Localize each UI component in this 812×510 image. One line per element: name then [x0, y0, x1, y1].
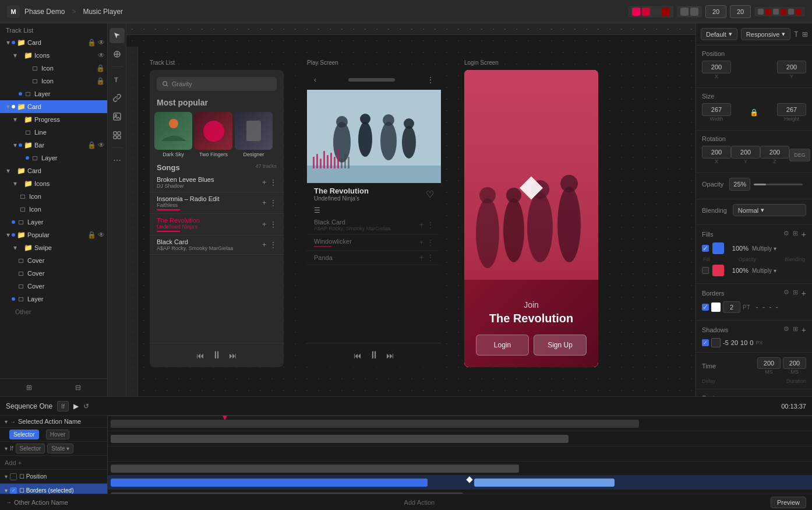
add-song-4[interactable]: + — [262, 241, 266, 249]
play-btn-2[interactable]: ⏸ — [369, 349, 379, 361]
tree-popular[interactable]: ▾ 📁 Popular 🔒 👁 — [0, 228, 107, 241]
tool-icon-1[interactable] — [632, 8, 640, 16]
border-checkbox[interactable]: ✓ — [702, 304, 709, 311]
tree-other[interactable]: Other — [0, 305, 107, 318]
align-icon-5[interactable] — [788, 9, 794, 15]
timeline-bar-borders-left[interactable] — [111, 479, 428, 487]
search-bar[interactable]: Gravity — [157, 77, 277, 91]
song-item-1[interactable]: Broken Levee Blues DJ Shadow + ⋮ — [150, 173, 284, 192]
eye-icon-popular[interactable]: 👁 — [98, 231, 105, 239]
tree-progress[interactable]: ▾ 📁 Progress — [0, 113, 107, 126]
song-item-3[interactable]: The Revolution Undefined Ninja's + ⋮ — [150, 214, 284, 235]
eye-icon-bar[interactable]: 👁 — [98, 141, 105, 149]
song-item-4[interactable]: Black Card A$AP Rocky, Smooky MarGielaa … — [150, 235, 284, 255]
tree-card-2[interactable]: ▾ 📁 Card — [0, 100, 107, 113]
timeline-bar-1[interactable] — [111, 435, 569, 443]
tree-cover-3[interactable]: □ Cover — [0, 280, 107, 293]
ts-more-2[interactable]: ⋮ — [427, 238, 434, 247]
border-style[interactable]: - - - - — [756, 303, 779, 311]
tree-cover-1[interactable]: □ Cover — [0, 254, 107, 267]
list-icon[interactable]: ☰ — [314, 206, 320, 214]
toggle-icons-1[interactable]: ▾ — [12, 52, 19, 59]
preview-button[interactable]: Preview — [771, 497, 806, 508]
borders-distribute-icon[interactable]: ⊞ — [793, 289, 798, 298]
borders-checkbox[interactable]: ✓ — [10, 487, 17, 494]
blending-dropdown[interactable]: Normal ▾ — [733, 204, 806, 216]
shadow-checkbox[interactable]: ✓ — [702, 339, 709, 346]
component-tool[interactable] — [110, 128, 125, 143]
transform-tool[interactable] — [110, 47, 125, 62]
shadows-settings-icon[interactable]: ⚙ — [783, 325, 789, 335]
bp-play-btn[interactable]: ▶ — [73, 402, 79, 410]
border-color[interactable] — [711, 303, 721, 312]
rotation-x-input[interactable]: 200 — [702, 146, 731, 159]
signup-button[interactable]: Sign Up — [534, 335, 587, 356]
borders-settings-icon[interactable]: ⚙ — [783, 289, 789, 298]
shadows-distribute-icon[interactable]: ⊞ — [793, 325, 798, 335]
eye-icon-card-1[interactable]: 👁 — [98, 38, 105, 47]
album-2[interactable]: Two Fingers — [195, 112, 232, 157]
tree-layer-2[interactable]: □ Layer — [0, 152, 107, 164]
width-input[interactable]: 267 — [702, 103, 731, 116]
more-song-4[interactable]: ⋮ — [270, 241, 277, 249]
position-checkbox[interactable] — [10, 473, 17, 480]
timeline-handle[interactable] — [466, 476, 472, 483]
bp-borders-row[interactable]: ▾ ✓ ☐ Borders (selected) — [0, 484, 107, 494]
align-icon-4[interactable] — [781, 9, 786, 15]
add-song-1[interactable]: + — [262, 178, 266, 187]
spacing-y-input[interactable]: 20 — [730, 5, 751, 18]
ts-item-2[interactable]: Windowlicker + ⋮ — [307, 235, 441, 251]
canvas-viewport[interactable]: Track List Gravity Most popular — [126, 35, 696, 396]
fill-2-color[interactable] — [712, 265, 724, 276]
ts-more-1[interactable]: ⋮ — [427, 221, 434, 229]
toggle-card-2[interactable]: ▾ — [5, 103, 12, 110]
tree-layer-1[interactable]: □ Layer — [0, 87, 107, 100]
timeline-bar-0[interactable] — [111, 420, 639, 428]
shadows-add-btn[interactable]: + — [802, 325, 806, 335]
stack-icon[interactable]: ⊞ — [26, 384, 32, 392]
add-song-2[interactable]: + — [262, 199, 266, 207]
timeline-bar-shadows[interactable] — [111, 493, 463, 494]
more-icon[interactable]: ⋮ — [427, 76, 434, 84]
height-input[interactable]: 267 — [777, 103, 806, 116]
bp-refresh-btn[interactable]: ↺ — [83, 402, 89, 410]
selector-btn[interactable]: Selector — [9, 430, 39, 439]
tool-icon-3[interactable] — [652, 8, 660, 16]
opacity-input[interactable]: 25% — [729, 178, 750, 191]
tool-icon-5[interactable] — [680, 8, 689, 16]
responsive-dropdown[interactable]: Responsive ▾ — [741, 28, 790, 40]
tool-icon-4[interactable] — [662, 8, 670, 16]
borders-add-btn[interactable]: + — [802, 289, 806, 298]
lock-icon-1[interactable]: 🔒 — [96, 64, 105, 72]
lock-icon-popular[interactable]: 🔒 — [87, 231, 96, 239]
tree-layer-4[interactable]: □ Layer — [0, 293, 107, 305]
album-3[interactable]: Designer — [235, 112, 273, 157]
select-tool[interactable] — [110, 28, 125, 43]
more-tools[interactable]: ⋯ — [110, 153, 125, 168]
eye-icon-icons-1[interactable]: 👁 — [98, 51, 105, 59]
next-btn-2[interactable]: ⏭ — [386, 351, 394, 360]
fill-1-color[interactable] — [712, 242, 724, 254]
page-icon[interactable]: ⊟ — [75, 384, 81, 392]
delay-input[interactable]: 200 — [757, 357, 781, 369]
ts-add-1[interactable]: + — [419, 221, 423, 229]
prev-btn-1[interactable]: ⏮ — [196, 351, 204, 360]
more-song-1[interactable]: ⋮ — [270, 178, 277, 187]
fills-distribute-icon[interactable]: ⊞ — [793, 230, 798, 239]
rotation-z-input[interactable]: 200 — [760, 146, 789, 159]
align-icon-2[interactable] — [765, 9, 771, 15]
border-thickness[interactable]: 2 — [723, 301, 740, 313]
rotation-y-input[interactable]: 200 — [731, 146, 760, 159]
add-song-3[interactable]: + — [262, 220, 266, 228]
fill-2-blend[interactable]: Multiply ▾ — [752, 268, 776, 274]
lock-icon-bar[interactable]: 🔒 — [87, 141, 96, 149]
shadow-color[interactable] — [711, 338, 721, 347]
tree-icons-2[interactable]: ▾ 📁 Icons — [0, 177, 107, 190]
tree-line[interactable]: □ Line — [0, 126, 107, 139]
align-icon-1[interactable] — [758, 9, 764, 15]
fills-settings-icon[interactable]: ⚙ — [783, 230, 789, 239]
login-button[interactable]: Login — [476, 335, 529, 356]
rp-text-icon[interactable]: T — [794, 30, 798, 38]
song-item-2[interactable]: Insomnia – Radio Edit Faithless + ⋮ — [150, 192, 284, 214]
bp-if-button[interactable]: If — [57, 401, 69, 411]
